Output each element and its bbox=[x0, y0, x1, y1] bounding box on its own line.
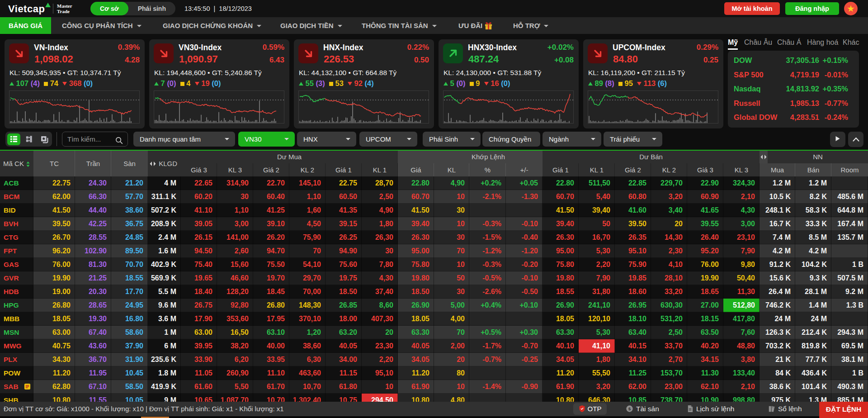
svg-text:$: $ bbox=[628, 406, 631, 411]
